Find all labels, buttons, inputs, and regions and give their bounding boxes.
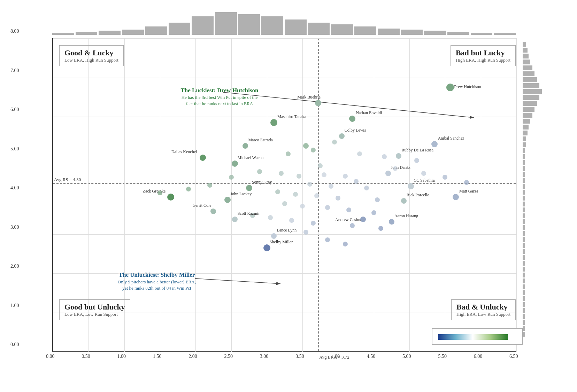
right-hist-bar <box>523 125 529 130</box>
data-dot <box>382 154 387 159</box>
data-dot <box>282 201 287 206</box>
right-hist-bar <box>523 249 525 254</box>
data-dot <box>311 221 316 226</box>
right-hist-bar <box>523 119 530 124</box>
x-tick-label: 5.50 <box>438 354 447 359</box>
x-tick-label: 1.00 <box>117 354 126 359</box>
pitcher-dot <box>224 197 231 203</box>
right-hist-bar <box>523 42 526 47</box>
pitcher-dot <box>389 219 394 225</box>
right-hist-bar <box>523 279 525 283</box>
data-dot <box>311 148 316 152</box>
quadrant-label-bottom-left: Good but UnluckyLow ERA, Low Run Support <box>59 299 130 320</box>
right-hist-bar <box>523 326 525 331</box>
right-hist-bar <box>523 71 534 76</box>
top-hist-bar <box>494 33 516 35</box>
data-dot <box>357 151 362 156</box>
data-dot <box>318 163 323 168</box>
top-hist-bar <box>238 14 260 35</box>
y-tick-label: 8.00 <box>10 29 30 34</box>
right-hist-bar <box>523 320 525 325</box>
data-dot <box>332 140 337 144</box>
legend-gradient <box>438 334 508 340</box>
x-tick-label: 2.50 <box>224 354 233 359</box>
right-hist-bar <box>523 113 532 118</box>
data-dot <box>186 187 191 191</box>
pitcher-label: Aaron Harang <box>394 213 418 219</box>
right-hist-bar <box>523 131 528 135</box>
grid-line-x <box>516 38 517 352</box>
pitcher-dot <box>271 233 277 239</box>
top-hist-bar <box>447 32 469 35</box>
x-tick-label: 3.00 <box>260 354 269 359</box>
legend <box>432 328 523 345</box>
pitcher-dot <box>385 171 391 176</box>
pitcher-label: Nathan Eovaldi <box>356 110 382 116</box>
data-dot <box>354 179 359 184</box>
data-dot <box>257 169 262 174</box>
data-dot <box>414 158 419 163</box>
data-dot <box>275 189 280 194</box>
right-hist-bar <box>523 296 525 301</box>
data-dot <box>421 171 426 176</box>
grid-line-y <box>53 78 516 78</box>
x-tick-label: 5.00 <box>402 354 411 359</box>
x-tick-label: 2.00 <box>189 354 197 359</box>
right-histogram <box>523 42 547 348</box>
y-tick-label: 6.00 <box>10 107 30 112</box>
grid-line-x <box>302 38 303 352</box>
data-dot <box>322 172 326 177</box>
right-hist-bar <box>523 184 525 189</box>
right-hist-bar <box>523 302 525 307</box>
right-hist-bar <box>523 332 525 337</box>
pitcher-dot <box>246 185 252 191</box>
top-hist-bar <box>354 26 376 35</box>
pitcher-dot <box>232 160 238 167</box>
y-tick-label: 4.00 <box>10 185 30 191</box>
pitcher-label: Matt Garza <box>459 189 478 194</box>
data-dot <box>207 183 212 188</box>
right-hist-bar <box>523 95 539 100</box>
top-hist-bar <box>471 33 493 35</box>
chart-container: Drew HutchisonMark BuehrleNathan Eovaldi… <box>21 7 557 390</box>
pitcher-dot <box>263 244 270 251</box>
pitcher-label: Dallas Keuchel <box>171 149 197 155</box>
quadrant-label-bottom-right: Bad & UnluckyHigh ERA, Low Run Support <box>451 299 516 320</box>
right-hist-bar <box>523 142 526 147</box>
data-dot <box>464 180 469 185</box>
top-hist-bar <box>215 12 237 35</box>
pitcher-dot <box>232 217 238 222</box>
pitcher-dot <box>210 209 216 214</box>
data-dot <box>336 196 340 201</box>
right-hist-bar <box>523 160 525 165</box>
right-hist-bar <box>523 207 525 212</box>
top-hist-bar <box>192 16 214 35</box>
data-dot <box>375 197 380 202</box>
pitcher-dot <box>243 143 248 149</box>
data-dot <box>325 237 330 242</box>
right-hist-bar <box>523 261 525 266</box>
data-dot <box>279 171 284 176</box>
top-histogram <box>52 7 516 35</box>
quadrant-label-top-right: Bad but LuckyHigh ERA, High Run Support <box>451 45 516 66</box>
pitcher-label: John Danks <box>391 165 410 170</box>
pitcher-label: CC Sabathia <box>414 178 434 183</box>
right-hist-bar <box>523 48 528 53</box>
right-hist-bar <box>523 154 525 159</box>
x-tick-label: 3.50 <box>295 354 304 359</box>
pitcher-label: Michael Wacha <box>238 155 263 160</box>
data-dot <box>229 175 234 180</box>
data-dot <box>346 207 351 212</box>
top-hist-bar <box>261 16 283 35</box>
top-hist-bar <box>52 33 74 35</box>
top-hist-bar <box>285 19 307 35</box>
luckiest-annotation: The Luckiest: Drew HutchisonHe has the 3… <box>167 87 272 107</box>
pitcher-label: Mark Buehrle <box>297 95 321 100</box>
right-hist-bar <box>523 60 530 64</box>
right-hist-bar <box>523 196 525 201</box>
pitcher-dot <box>408 183 414 189</box>
right-hist-bar <box>523 190 525 195</box>
x-tick-label: 0.50 <box>82 354 90 359</box>
data-dot <box>293 192 298 197</box>
data-dot <box>303 143 309 149</box>
